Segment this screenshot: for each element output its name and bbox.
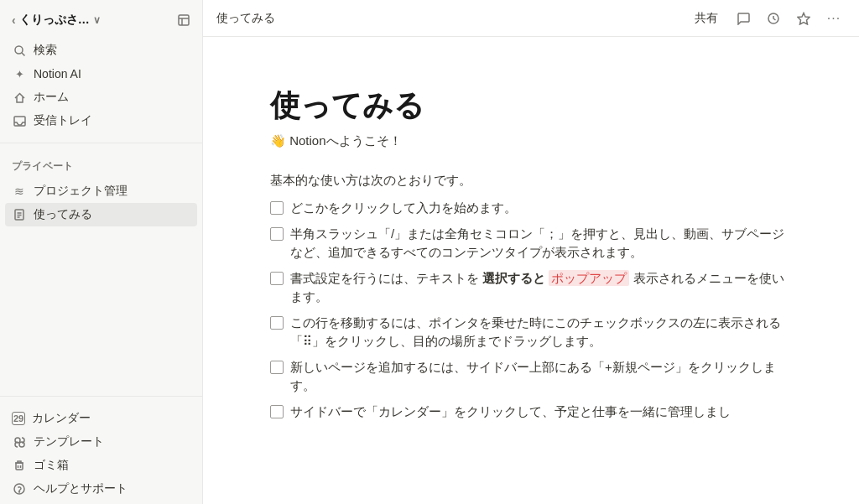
sidebar-item-home-label: ホーム xyxy=(34,90,69,105)
sidebar-item-home[interactable]: ホーム xyxy=(5,86,197,109)
notion-ai-icon: ✦ xyxy=(12,66,27,81)
sidebar-item-search-label: 検索 xyxy=(34,43,57,58)
checklist-text-3: 書式設定を行うには、テキストを 選択すると ポップアップ 表示されるメニューを使… xyxy=(290,269,792,307)
checklist: どこかをクリックして入力を始めます。 半角スラッシュ「/」または全角セミコロン「… xyxy=(270,199,792,421)
sidebar-item-getting-started[interactable]: 使ってみる xyxy=(5,203,197,226)
text-before-bold: 書式設定を行うには、テキストを xyxy=(290,271,479,285)
sidebar-item-help[interactable]: ヘルプとサポート xyxy=(5,477,197,501)
sidebar-item-trash-label: ゴミ箱 xyxy=(34,458,69,473)
checklist-text-5: 新しいページを追加するには、サイドバー上部にある「+新規ページ」をクリックします… xyxy=(290,358,792,396)
section-private-label: プライベート xyxy=(0,150,202,176)
topbar-breadcrumb: 使ってみる xyxy=(216,11,275,26)
search-icon xyxy=(12,43,27,58)
home-icon xyxy=(12,90,27,105)
sidebar-item-inbox-label: 受信トレイ xyxy=(34,113,92,128)
checkbox-3[interactable] xyxy=(270,272,284,285)
sidebar-item-project-mgmt-label: プロジェクト管理 xyxy=(34,184,128,199)
sidebar-item-templates[interactable]: テンプレート xyxy=(5,430,197,454)
sidebar-item-trash[interactable]: ゴミ箱 xyxy=(5,454,197,477)
svg-line-4 xyxy=(22,53,25,56)
topbar-actions: 共有 ··· xyxy=(688,7,846,30)
back-icon: ‹ xyxy=(12,13,16,27)
svg-rect-0 xyxy=(179,15,189,25)
calendar-icon: 29 xyxy=(12,412,25,425)
checkbox-5[interactable] xyxy=(270,361,284,374)
sidebar: ‹ くりっぷさ… ∨ 検索 xyxy=(0,0,203,504)
page-icon xyxy=(12,207,27,222)
checklist-text-1: どこかをクリックして入力を始めます。 xyxy=(290,199,792,218)
sidebar-item-calendar[interactable]: 29 カレンダー xyxy=(5,407,197,430)
sidebar-item-inbox[interactable]: 受信トレイ xyxy=(5,109,197,132)
sidebar-item-calendar-label: カレンダー xyxy=(32,411,91,426)
svg-rect-12 xyxy=(16,463,23,470)
sidebar-nav: 検索 ✦ Notion AI ホーム 受 xyxy=(0,35,202,136)
checklist-item-2: 半角スラッシュ「/」または全角セミコロン「；」を押すと、見出し、動画、サブページ… xyxy=(270,225,792,262)
checklist-text-4: この行を移動するには、ポインタを乗せた時にこのチェックボックスの左に表示される「… xyxy=(290,314,792,351)
checkbox-4[interactable] xyxy=(270,316,284,330)
star-button[interactable] xyxy=(792,7,815,30)
checklist-item-4: この行を移動するには、ポインタを乗せた時にこのチェックボックスの左に表示される「… xyxy=(270,314,792,351)
page-subtitle: 👋 Notionへようこそ！ xyxy=(270,133,792,149)
inbox-icon xyxy=(12,113,27,128)
checklist-text-6: サイドバーで「カレンダー」をクリックして、予定と仕事を一緒に管理しまし xyxy=(290,403,792,422)
checkbox-6[interactable] xyxy=(270,405,284,418)
sidebar-item-getting-started-label: 使ってみる xyxy=(34,207,92,222)
chevron-down-icon: ∨ xyxy=(93,14,101,26)
help-icon xyxy=(12,481,27,496)
checklist-item-1: どこかをクリックして入力を始めます。 xyxy=(270,199,792,218)
history-button[interactable] xyxy=(762,7,785,30)
checkbox-2[interactable] xyxy=(270,227,284,241)
page-title: 使ってみる xyxy=(270,87,792,123)
checklist-item-6: サイドバーで「カレンダー」をクリックして、予定と仕事を一緒に管理しまし xyxy=(270,403,792,422)
project-mgmt-icon: ≋ xyxy=(12,184,27,199)
sidebar-item-notion-ai-label: Notion AI xyxy=(34,67,81,81)
topbar-page-title: 使ってみる xyxy=(216,11,275,26)
svg-marker-18 xyxy=(798,13,810,24)
sidebar-top-actions xyxy=(172,8,195,32)
sidebar-item-help-label: ヘルプとサポート xyxy=(34,481,128,496)
sidebar-header: ‹ くりっぷさ… ∨ xyxy=(0,0,202,35)
trash-icon xyxy=(12,458,27,473)
checklist-item-3: 書式設定を行うには、テキストを 選択すると ポップアップ 表示されるメニューを使… xyxy=(270,269,792,307)
checkbox-1[interactable] xyxy=(270,201,284,215)
comment-button[interactable] xyxy=(731,7,755,30)
bold-text: 選択すると xyxy=(482,271,545,285)
checklist-text-2: 半角スラッシュ「/」または全角セミコロン「；」を押すと、見出し、動画、サブページ… xyxy=(290,225,792,262)
popup-highlight: ポップアップ xyxy=(549,270,629,286)
checklist-item-5: 新しいページを追加するには、サイドバー上部にある「+新規ページ」をクリックします… xyxy=(270,358,792,396)
sidebar-nav-bottom: 29 カレンダー テンプレート xyxy=(0,403,202,504)
templates-icon xyxy=(12,434,27,449)
share-label: 共有 xyxy=(695,11,718,26)
svg-point-3 xyxy=(15,46,23,54)
sidebar-divider-1 xyxy=(0,143,202,143)
edit-icon[interactable] xyxy=(172,8,195,32)
sidebar-nav-private: ≋ プロジェクト管理 使ってみる xyxy=(0,176,202,230)
workspace-name: くりっぷさ… xyxy=(19,13,90,28)
sidebar-item-notion-ai[interactable]: ✦ Notion AI xyxy=(5,62,197,86)
topbar: 使ってみる 共有 ··· xyxy=(203,0,859,37)
sidebar-item-templates-label: テンプレート xyxy=(34,434,104,449)
sidebar-item-search[interactable]: 検索 xyxy=(5,39,197,62)
workspace-title[interactable]: ‹ くりっぷさ… ∨ xyxy=(7,9,106,31)
svg-point-16 xyxy=(19,491,20,492)
page-body: 使ってみる 👋 Notionへようこそ！ 基本的な使い方は次のとおりです。 どこ… xyxy=(203,37,859,504)
sidebar-item-project-mgmt[interactable]: ≋ プロジェクト管理 xyxy=(5,179,197,203)
main-content: 使ってみる 共有 ··· xyxy=(203,0,859,504)
more-button[interactable]: ··· xyxy=(822,7,846,30)
sidebar-divider-2 xyxy=(0,396,202,397)
page-description: 基本的な使い方は次のとおりです。 xyxy=(270,173,792,189)
share-button[interactable]: 共有 xyxy=(688,8,725,29)
